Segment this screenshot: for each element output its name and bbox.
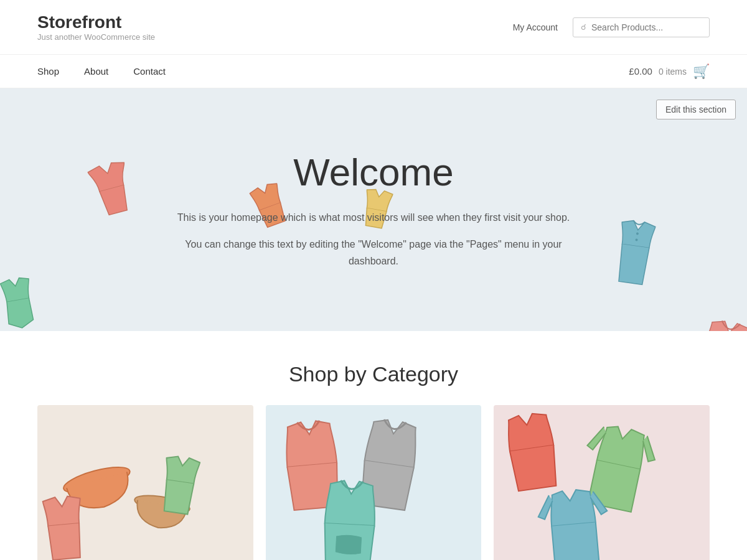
nav-link-shop[interactable]: Shop (37, 55, 72, 88)
hero-title: Welcome (168, 150, 579, 194)
nav-links: Shop About Contact (37, 55, 178, 88)
cart-area: £0.00 0 items 🛒 (629, 63, 710, 80)
hero-content: Welcome This is your homepage which is w… (156, 113, 591, 307)
hero-section: Edit this section (0, 88, 747, 331)
cart-items-count: 0 items (659, 67, 687, 77)
my-account-link[interactable]: My Account (513, 22, 558, 32)
header-right: My Account ☌ (513, 17, 710, 37)
logo-section: Storefront Just another WooCommerce site (37, 12, 155, 42)
svg-point-1 (635, 238, 638, 241)
category-card-2[interactable] (266, 405, 482, 560)
category-card-1[interactable] (37, 405, 253, 560)
category-grid (37, 405, 710, 560)
navbar: Shop About Contact £0.00 0 items 🛒 (0, 55, 747, 88)
logo-subtitle: Just another WooCommerce site (37, 32, 155, 42)
search-icon: ☌ (581, 22, 586, 32)
header: Storefront Just another WooCommerce site… (0, 0, 747, 55)
search-box: ☌ (573, 17, 710, 37)
shop-section-title: Shop by Category (37, 362, 710, 386)
svg-point-0 (636, 232, 639, 235)
nav-link-about[interactable]: About (72, 55, 121, 88)
search-input[interactable] (591, 22, 702, 32)
logo-title: Storefront (37, 12, 155, 32)
cart-price: £0.00 (629, 66, 652, 77)
cart-icon[interactable]: 🛒 (693, 63, 710, 80)
edit-section-button[interactable]: Edit this section (656, 100, 736, 119)
category-card-3[interactable] (494, 405, 710, 560)
shop-section: Shop by Category (0, 331, 747, 560)
hero-text-1: This is your homepage which is what most… (168, 209, 579, 226)
hero-text-2: You can change this text by editing the … (168, 236, 579, 269)
nav-link-contact[interactable]: Contact (121, 55, 178, 88)
